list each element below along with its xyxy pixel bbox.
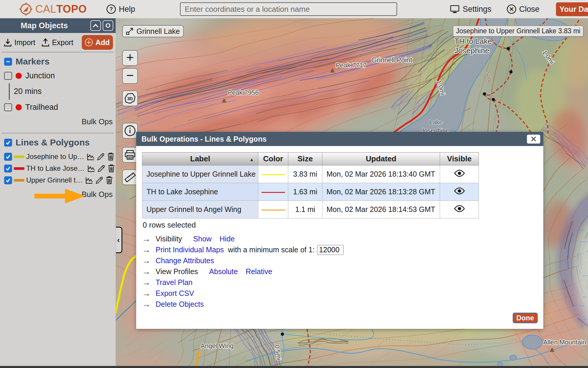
edit-pencil-icon[interactable] [95,176,104,185]
row-updated-cell: Mon, 02 Mar 2026 18:13:28 GMT [322,183,440,201]
lines-bulk-ops-link[interactable]: Bulk Ops [82,190,113,199]
close-x-icon [531,136,536,142]
op-relative-link[interactable]: Relative [246,267,272,276]
profile-icon[interactable] [85,176,93,184]
row-color-cell [258,183,288,201]
map-label: TH to Lake [454,37,492,46]
map-label: Allen Mountain [543,339,586,346]
edit-pencil-icon[interactable] [96,152,105,161]
op-export-csv-link[interactable]: Export CSV [156,289,194,298]
import-button[interactable]: Import [4,38,35,47]
map-view-button[interactable]: Grinnell Lake [122,25,184,37]
line-1-swatch [14,167,24,170]
lines-polygons-title: Lines & Polygons [16,137,90,147]
print-button[interactable] [122,147,138,163]
add-plus-icon [84,38,93,47]
done-button[interactable]: Done [513,313,538,323]
line-1-checkbox[interactable] [4,165,12,173]
close-button[interactable]: Close [507,4,539,14]
your-data-button[interactable]: Your Data [556,2,588,16]
help-button[interactable]: ? Help [106,4,135,14]
visible-eye-icon[interactable] [454,205,465,212]
markers-bulk-ops-link[interactable]: Bulk Ops [82,117,113,126]
visible-eye-icon[interactable] [454,170,465,177]
dialog-titlebar[interactable]: Bulk Operations - Lines & Polygons [136,132,543,146]
column-header-visible[interactable]: Visible [440,152,479,165]
op-change-attributes-link[interactable]: Change Attributes [156,256,214,265]
line-2-checkbox[interactable] [4,176,12,184]
table-row[interactable]: Upper Grinnell to Angel Wing 1.1 mi Mon,… [142,201,479,218]
help-label: Help [119,5,135,14]
line-row-0: Josephine to Up… [4,152,113,161]
export-button[interactable]: Export [41,38,73,47]
row-updated-cell: Mon, 02 Mar 2026 18:13:40 GMT [322,165,440,183]
line-2-label[interactable]: Upper Grinnell t… [26,176,83,184]
map-objects-header: Map Objects O [0,18,116,33]
line-0-label[interactable]: Josephine to Up… [26,152,84,161]
line-1-label[interactable]: TH to Lake Jose… [26,164,85,173]
measure-button[interactable] [122,169,138,185]
column-header-updated[interactable]: Updated [322,152,440,165]
op-travel-plan-link[interactable]: Travel Plan [156,278,193,287]
zoom-in-button[interactable]: + [122,50,138,66]
row-size-cell: 1.1 mi [288,201,322,218]
junction-label[interactable]: Junction [25,71,55,80]
edit-pencil-icon[interactable] [97,164,106,173]
op-arrow-icon: → [142,256,151,266]
op-absolute-link[interactable]: Absolute [209,267,238,276]
line-2-swatch [14,179,24,182]
op-arrow-icon: → [142,299,151,309]
op-delete-objects-link[interactable]: Delete Objects [156,300,204,309]
sidebar-collapse-tab[interactable]: ‹ [116,227,122,253]
settings-label: Settings [463,5,492,14]
column-header-size[interactable]: Size [288,152,322,165]
marker-row-trailhead: Trailhead [4,103,113,112]
zoom-out-button[interactable]: − [122,68,138,84]
search-input[interactable] [180,2,397,16]
check-icon [5,154,11,160]
route-color-swatch [261,192,285,193]
trailhead-label[interactable]: Trailhead [25,103,58,112]
column-header-label[interactable]: Label▲ [142,152,258,165]
route-color-swatch [261,210,285,210]
op-hide-link[interactable]: Hide [219,235,234,243]
line-0-checkbox[interactable] [4,153,12,161]
row-updated-cell: Mon, 02 Mar 2026 18:14:53 GMT [322,201,440,218]
op-show-link[interactable]: Show [193,235,212,243]
ruler-icon [124,171,136,183]
markers-collapse-checkbox[interactable] [4,58,12,66]
delete-trash-icon[interactable] [107,152,115,161]
info-button[interactable] [122,123,138,139]
min-scale-input[interactable] [317,245,344,255]
visible-eye-icon[interactable] [454,187,465,195]
profile-icon[interactable] [87,165,95,173]
profile-icon[interactable] [86,153,95,161]
objects-button-label: O [105,22,110,29]
delete-trash-icon[interactable] [105,176,113,185]
panel-objects-button[interactable]: O [103,20,113,31]
add-button[interactable]: Add [82,35,113,50]
op-arrow-icon: → [142,245,151,255]
row-label-cell: TH to Lake Josephine [142,183,258,201]
table-row[interactable]: TH to Lake Josephine 1.63 mi Mon, 02 Mar… [142,183,479,201]
markers-title: Markers [16,57,49,67]
svg-text:?: ? [109,6,113,12]
map-canvas[interactable]: Grinnell PointPeak 7717Peak 7956LakeJose… [116,18,588,368]
route-color-swatch [261,174,285,175]
expand-icon [125,27,134,36]
sort-ascending-icon: ▲ [249,157,254,162]
table-row[interactable]: Josephine to Upper Grinnell Lake 3.83 mi… [142,165,479,183]
lines-polygons-checkbox[interactable] [4,139,12,147]
caltopo-logo[interactable]: CALTOPO [19,2,87,16]
junction-checkbox[interactable] [4,72,12,80]
settings-button[interactable]: Settings [449,4,492,14]
line-0-swatch [14,155,24,158]
3d-view-button[interactable]: 3D [122,90,138,106]
delete-trash-icon[interactable] [107,164,115,173]
trailhead-checkbox[interactable] [4,103,12,111]
op-print-link[interactable]: Print Individual Maps [156,246,224,254]
dialog-close-button[interactable] [527,135,540,144]
panel-collapse-button[interactable] [90,20,101,31]
column-header-color[interactable]: Color [258,152,288,165]
rows-selected-status: 0 rows selected [143,221,196,230]
